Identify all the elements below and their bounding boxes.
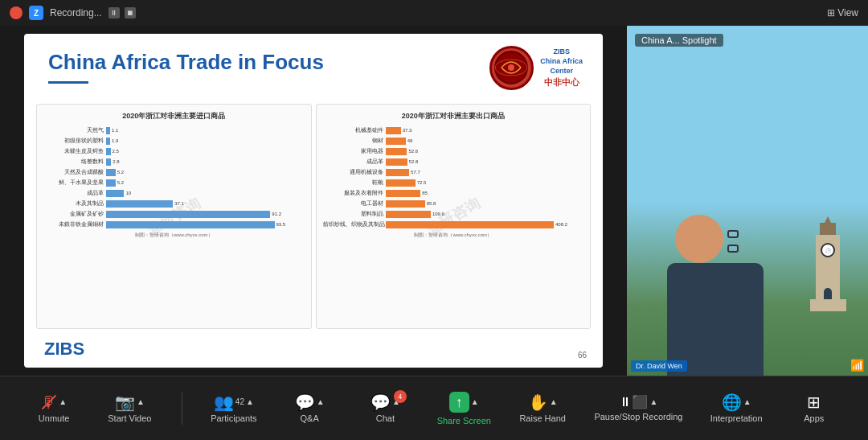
stop-recording-button[interactable] bbox=[125, 7, 136, 19]
export-bar-row: 成品革 52.8 bbox=[323, 158, 584, 166]
export-bar-label: 鞋靴 bbox=[323, 179, 383, 187]
tower-clock-face: 🕐 bbox=[821, 243, 835, 257]
export-bar-row: 鞋靴 72.5 bbox=[323, 179, 584, 187]
slide-header: China Africa Trade in Focus bbox=[24, 34, 603, 100]
participants-icon-row: 👥 42 ▲ bbox=[214, 394, 254, 410]
spotlight-label: China A... Spotlight bbox=[635, 34, 723, 47]
toolbar: 🎙 ▲ Unmute 📷 ▲ Start Video 👥 42 ▲ Partic… bbox=[0, 376, 868, 440]
person-name-tag: Dr. David Wen bbox=[631, 360, 687, 372]
import-bar-fill bbox=[106, 127, 110, 134]
start-video-button[interactable]: 📷 ▲ Start Video bbox=[105, 394, 154, 423]
raise-hand-icon: ✋ bbox=[528, 394, 548, 410]
interpretation-chevron-icon[interactable]: ▲ bbox=[743, 397, 751, 406]
import-chart-source: 制图：智研咨询（www.chyxx.com） bbox=[43, 232, 305, 239]
export-bar-label: 电工器材 bbox=[323, 199, 383, 208]
import-bar-label: 金属矿及矿砂 bbox=[43, 210, 104, 218]
import-bar-row: 鲜、干水果及坚果 5.2 bbox=[43, 179, 305, 187]
export-bar-label: 家用电器 bbox=[323, 147, 383, 155]
import-bar-label: 鲜、干水果及坚果 bbox=[43, 179, 104, 187]
apps-icon: ⊞ bbox=[807, 394, 821, 410]
export-bar-fill bbox=[386, 190, 421, 197]
globe-icon: 🌐 bbox=[722, 394, 742, 410]
export-bar-value: 72.5 bbox=[417, 180, 427, 185]
import-bar-fill bbox=[106, 200, 173, 208]
import-bar-track: 93.5 bbox=[106, 220, 305, 228]
qa-button[interactable]: 💬 ▲ Q&A bbox=[285, 394, 334, 423]
export-bar-row: 电工器材 95.8 bbox=[323, 199, 584, 208]
export-bar-label: 成品革 bbox=[323, 158, 383, 166]
unmute-chevron-icon[interactable]: ▲ bbox=[59, 397, 67, 406]
unmute-label: Unmute bbox=[39, 413, 70, 423]
import-bar-value: 1.9 bbox=[112, 138, 118, 143]
share-screen-icon: ↑ bbox=[449, 392, 469, 413]
recording-chevron-icon[interactable]: ▲ bbox=[649, 397, 657, 406]
person-body bbox=[667, 263, 764, 376]
glasses-icon bbox=[727, 230, 739, 238]
import-bar-fill bbox=[106, 169, 116, 176]
raise-hand-button[interactable]: ✋ ▲ Raise Hand bbox=[518, 394, 567, 423]
import-bar-value: 10 bbox=[125, 191, 131, 195]
export-bar-value: 109.9 bbox=[432, 212, 444, 216]
video-chevron-icon[interactable]: ▲ bbox=[137, 397, 145, 406]
recording-dot-icon bbox=[10, 6, 23, 19]
import-bar-chart: 天然气 1.1 初级形状的塑料 1.9 未鞣生皮及鳄鱼 2.5 络整数料 2.8 bbox=[43, 126, 305, 228]
participants-chevron-icon[interactable]: ▲ bbox=[246, 397, 254, 406]
import-bar-label: 木及其制品 bbox=[43, 199, 104, 208]
share-screen-button[interactable]: ↑ ▲ Share Screen bbox=[437, 392, 491, 426]
export-bar-row: 机械基础件 37.3 bbox=[323, 126, 584, 134]
export-bar-value: 49 bbox=[407, 138, 413, 143]
export-bar-fill bbox=[386, 200, 425, 208]
qa-label: Q&A bbox=[301, 413, 319, 423]
import-chart-panel: 2020年浙江对非洲主要进口商品 鱼研咨询 天然气 1.1 初级形状的塑料 1.… bbox=[36, 104, 312, 329]
import-bar-value: 1.1 bbox=[112, 128, 118, 133]
export-bar-track: 52.8 bbox=[386, 158, 584, 166]
slide-title-underline bbox=[48, 81, 88, 84]
import-bar-row: 天然气 1.1 bbox=[43, 126, 305, 134]
export-bar-fill bbox=[386, 138, 406, 145]
export-bar-value: 37.3 bbox=[403, 128, 412, 133]
person-silhouette bbox=[635, 215, 796, 376]
export-bar-label: 通用机械设备 bbox=[323, 168, 383, 176]
export-bar-track: 52.6 bbox=[386, 147, 584, 155]
apps-label: Apps bbox=[804, 413, 824, 423]
import-bar-value: 5.2 bbox=[117, 180, 124, 185]
import-bar-label: 天然气 bbox=[43, 126, 104, 134]
slide-page-number: 66 bbox=[578, 351, 587, 360]
export-bar-value: 52.8 bbox=[409, 159, 419, 164]
pause-stop-recording-button[interactable]: ⏸⬛ ▲ Pause/Stop Recording bbox=[594, 396, 682, 421]
import-bar-row: 络整数料 2.8 bbox=[43, 158, 305, 166]
pause-recording-button[interactable] bbox=[108, 7, 120, 19]
slide-charts: 2020年浙江对非洲主要进口商品 鱼研咨询 天然气 1.1 初级形状的塑料 1.… bbox=[24, 100, 603, 333]
apps-button[interactable]: ⊞ Apps bbox=[790, 394, 838, 423]
import-bar-value: 93.5 bbox=[276, 222, 286, 227]
chat-badge: 4 bbox=[394, 390, 407, 403]
export-bar-fill bbox=[386, 127, 401, 134]
import-bar-value: 2.8 bbox=[113, 159, 119, 164]
export-bar-track: 72.5 bbox=[386, 179, 584, 187]
participants-button[interactable]: 👥 42 ▲ Participants bbox=[210, 394, 258, 423]
import-bar-track: 1.9 bbox=[106, 137, 305, 145]
unmute-button[interactable]: 🎙 ▲ Unmute bbox=[30, 394, 78, 423]
raise-hand-chevron-icon[interactable]: ▲ bbox=[550, 397, 558, 406]
apps-icon-row: ⊞ bbox=[807, 394, 821, 410]
import-bar-row: 天然及合成鞣酸 5.2 bbox=[43, 168, 305, 176]
share-screen-chevron-icon[interactable]: ▲ bbox=[471, 397, 479, 406]
import-bar-fill bbox=[106, 179, 116, 187]
qa-chevron-icon[interactable]: ▲ bbox=[317, 397, 325, 406]
view-button[interactable]: ⊞ View bbox=[827, 7, 858, 19]
clock-tower-icon: 🕐 bbox=[804, 223, 852, 311]
recording-control-icon: ⏸⬛ bbox=[619, 396, 648, 409]
chat-button[interactable]: 💬 4 ▲ Chat bbox=[361, 394, 409, 423]
participants-icon: 👥 bbox=[214, 394, 234, 410]
raise-hand-label: Raise Hand bbox=[519, 413, 565, 423]
export-bar-label: 塑料制品 bbox=[323, 210, 383, 218]
import-bar-row: 成品革 10 bbox=[43, 189, 305, 197]
export-bar-chart: 机械基础件 37.3 钢材 49 家用电器 52.6 成品革 52.8 bbox=[323, 126, 584, 228]
import-bar-label: 天然及合成鞣酸 bbox=[43, 168, 104, 176]
interpretation-button[interactable]: 🌐 ▲ Interpretation bbox=[710, 394, 763, 423]
export-bar-fill bbox=[386, 221, 555, 228]
import-bar-row: 未鍛非铁金属铜材 93.5 bbox=[43, 220, 305, 228]
import-bar-value: 2.5 bbox=[113, 149, 119, 154]
tower-top bbox=[820, 223, 836, 235]
import-bar-row: 木及其制品 37.1 bbox=[43, 199, 305, 208]
